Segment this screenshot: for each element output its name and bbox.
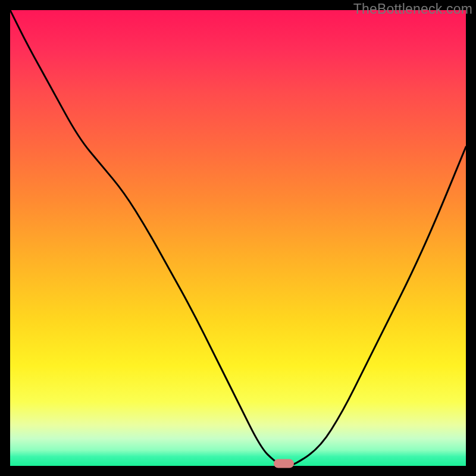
optimal-point-marker	[274, 459, 294, 468]
chart-frame: TheBottleneck.com	[0, 0, 476, 476]
bottleneck-curve	[10, 10, 466, 466]
watermark-text: TheBottleneck.com	[353, 1, 472, 17]
plot-area	[10, 10, 466, 466]
